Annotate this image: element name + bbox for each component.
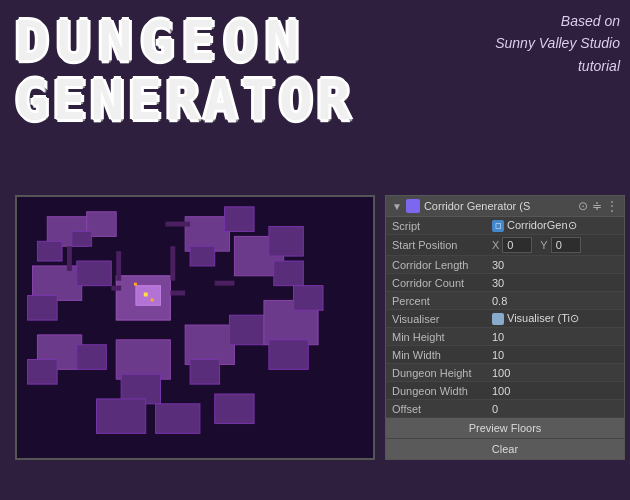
app-title: DUNGEON GENERATOR [15,12,354,130]
svg-rect-18 [77,345,107,370]
dungeon-height-label: Dungeon Height [392,367,492,379]
corridor-length-value[interactable]: 30 [492,259,618,271]
percent-value[interactable]: 0.8 [492,295,618,307]
offset-label: Offset [392,403,492,415]
svg-rect-30 [67,246,72,271]
svg-rect-9 [136,286,161,306]
x-value[interactable]: 0 [502,237,532,253]
min-width-row: Min Width 10 [386,346,624,364]
svg-rect-23 [190,360,220,385]
svg-rect-37 [144,293,148,297]
inspector-controls: ⊙ ≑ ⋮ [578,199,618,213]
svg-rect-29 [215,394,254,424]
script-value: ◻ CorridorGen⊙ [492,219,618,232]
min-height-row: Min Height 10 [386,328,624,346]
x-label: X [492,239,499,251]
svg-rect-4 [72,231,92,246]
svg-rect-11 [225,207,255,232]
visualiser-row: Visualiser Visualiser (Ti⊙ [386,310,624,328]
preview-floors-button[interactable]: Preview Floors [386,418,624,439]
svg-rect-15 [274,261,304,286]
corridor-count-label: Corridor Count [392,277,492,289]
percent-label: Percent [392,295,492,307]
svg-rect-22 [229,315,263,345]
start-position-label: Start Position [392,239,492,251]
title-line2: GENERATOR [15,71,354,130]
component-icon [406,199,420,213]
svg-rect-39 [151,298,154,301]
min-width-value[interactable]: 10 [492,349,618,361]
svg-rect-32 [170,291,185,296]
svg-rect-19 [116,340,170,379]
inspector-collapse-arrow[interactable]: ▼ [392,201,402,212]
script-text: CorridorGen⊙ [507,219,577,232]
inspector-more-icon[interactable]: ⋮ [606,199,618,213]
script-row: Script ◻ CorridorGen⊙ [386,217,624,235]
svg-rect-27 [97,399,146,433]
visualiser-text: Visualiser (Ti⊙ [507,312,579,325]
svg-rect-36 [170,246,175,280]
svg-rect-31 [111,286,121,291]
svg-rect-28 [156,404,200,434]
svg-rect-34 [165,222,190,227]
subtitle-line1: Based on [495,10,620,32]
svg-rect-6 [28,295,58,320]
visualiser-value-container: Visualiser (Ti⊙ [492,312,618,325]
start-position-values: X 0 Y 0 [492,237,618,253]
y-field: Y 0 [540,237,580,253]
subtitle: Based on Sunny Valley Studio tutorial [495,10,620,77]
min-height-value[interactable]: 10 [492,331,618,343]
inspector-title: Corridor Generator (S [424,200,574,212]
svg-rect-7 [77,261,111,286]
svg-rect-25 [293,286,323,311]
corridor-length-label: Corridor Length [392,259,492,271]
offset-row: Offset 0 [386,400,624,418]
svg-rect-14 [269,227,303,257]
svg-rect-26 [269,340,308,370]
inspector-target-icon[interactable]: ⊙ [578,199,588,213]
script-icon: ◻ [492,220,504,232]
min-height-label: Min Height [392,331,492,343]
dungeon-height-value[interactable]: 100 [492,367,618,379]
svg-rect-17 [28,360,58,385]
dungeon-map-svg [17,197,373,458]
map-preview [15,195,375,460]
y-value[interactable]: 0 [551,237,581,253]
inspector-panel: ▼ Corridor Generator (S ⊙ ≑ ⋮ Script ◻ C… [385,195,625,460]
svg-rect-35 [215,281,235,286]
dungeon-height-row: Dungeon Height 100 [386,364,624,382]
inspector-settings-icon[interactable]: ≑ [592,199,602,213]
script-label: Script [392,220,492,232]
start-position-row: Start Position X 0 Y 0 [386,235,624,256]
visualiser-label: Visualiser [392,313,492,325]
svg-rect-12 [190,246,215,266]
corridor-length-row: Corridor Length 30 [386,256,624,274]
clear-button[interactable]: Clear [386,439,624,459]
offset-value[interactable]: 0 [492,403,618,415]
svg-rect-21 [185,325,234,364]
title-line1: DUNGEON [15,12,354,71]
dungeon-width-row: Dungeon Width 100 [386,382,624,400]
svg-rect-38 [134,283,137,286]
corridor-count-value[interactable]: 30 [492,277,618,289]
subtitle-line3: tutorial [495,55,620,77]
subtitle-line2: Sunny Valley Studio [495,32,620,54]
visualiser-icon [492,313,504,325]
corridor-count-row: Corridor Count 30 [386,274,624,292]
inspector-body: Script ◻ CorridorGen⊙ Start Position X 0… [386,217,624,459]
dungeon-width-value[interactable]: 100 [492,385,618,397]
svg-rect-33 [116,251,121,281]
svg-rect-2 [37,241,62,261]
inspector-header: ▼ Corridor Generator (S ⊙ ≑ ⋮ [386,196,624,217]
dungeon-width-label: Dungeon Width [392,385,492,397]
min-width-label: Min Width [392,349,492,361]
x-field: X 0 [492,237,532,253]
percent-row: Percent 0.8 [386,292,624,310]
y-label: Y [540,239,547,251]
